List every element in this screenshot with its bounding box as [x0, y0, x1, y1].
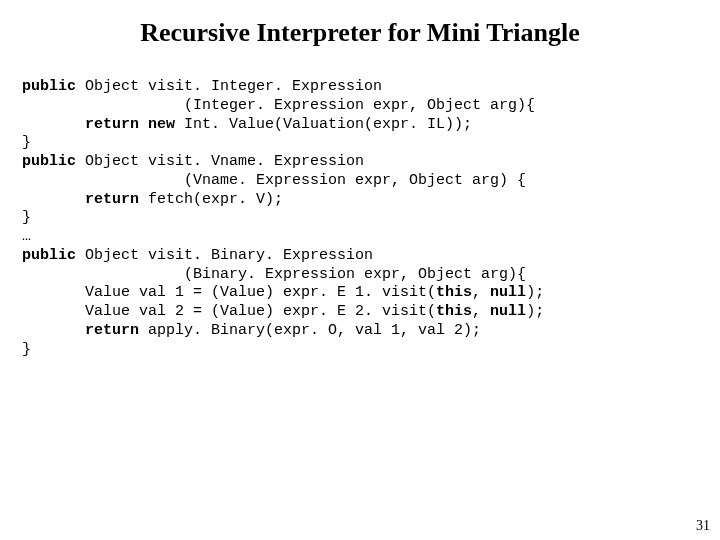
code-text: Object visit. Vname. Expression	[76, 153, 364, 170]
code-text: …	[22, 228, 31, 245]
code-text: );	[526, 284, 544, 301]
code-text	[22, 191, 85, 208]
kw-return: return	[85, 191, 139, 208]
code-block: public Object visit. Integer. Expression…	[0, 48, 720, 359]
kw-return: return	[85, 116, 139, 133]
code-text: (Binary. Expression expr, Object arg){	[22, 266, 526, 283]
kw-public: public	[22, 78, 76, 95]
page-number: 31	[696, 518, 710, 534]
kw-null: null	[490, 303, 526, 320]
code-text: Object visit. Integer. Expression	[76, 78, 382, 95]
kw-public: public	[22, 247, 76, 264]
code-text: Int. Value(Valuation(expr. IL));	[175, 116, 472, 133]
code-text: );	[526, 303, 544, 320]
code-text: Value val 1 = (Value) expr. E 1. visit(	[22, 284, 436, 301]
code-text: ,	[472, 303, 490, 320]
kw-new: new	[148, 116, 175, 133]
code-text: ,	[472, 284, 490, 301]
code-text: (Vname. Expression expr, Object arg) {	[22, 172, 526, 189]
code-text: Object visit. Binary. Expression	[76, 247, 373, 264]
code-text	[22, 116, 85, 133]
code-text: fetch(expr. V);	[139, 191, 283, 208]
code-text: apply. Binary(expr. O, val 1, val 2);	[139, 322, 481, 339]
kw-return: return	[85, 322, 139, 339]
code-text: }	[22, 209, 31, 226]
code-text: Value val 2 = (Value) expr. E 2. visit(	[22, 303, 436, 320]
kw-this: this	[436, 303, 472, 320]
code-text: (Integer. Expression expr, Object arg){	[22, 97, 535, 114]
code-text: }	[22, 134, 31, 151]
kw-this: this	[436, 284, 472, 301]
code-text: }	[22, 341, 31, 358]
slide-title: Recursive Interpreter for Mini Triangle	[0, 0, 720, 48]
kw-public: public	[22, 153, 76, 170]
code-text	[22, 322, 85, 339]
kw-null: null	[490, 284, 526, 301]
